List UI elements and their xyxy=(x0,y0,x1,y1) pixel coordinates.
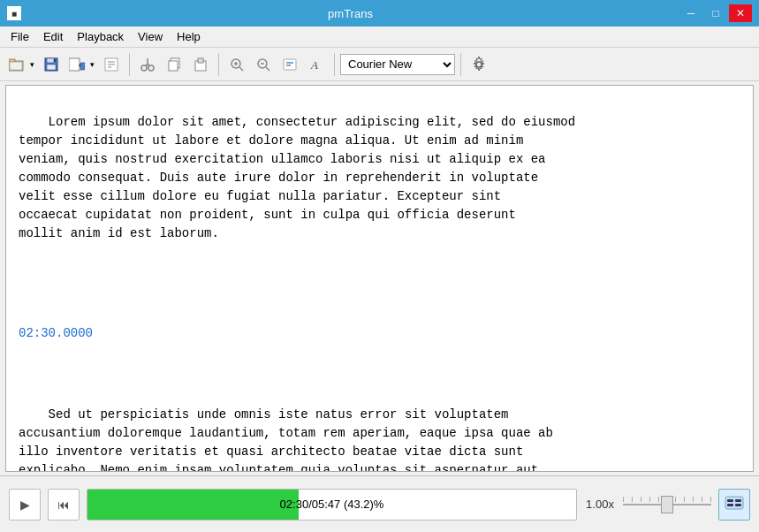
caption-icon xyxy=(725,496,744,513)
text-content[interactable]: Lorem ipsum dolor sit amet, consectetur … xyxy=(6,86,753,471)
rewind-button[interactable]: ⏮ xyxy=(48,489,80,521)
timestamp: 02:30.0000 xyxy=(19,324,740,343)
separator-1 xyxy=(129,53,130,76)
open-button[interactable] xyxy=(5,52,27,77)
play-button[interactable]: ▶ xyxy=(9,489,41,521)
tick-8 xyxy=(684,497,685,502)
menu-file[interactable]: File xyxy=(4,28,36,45)
svg-rect-1 xyxy=(9,59,15,62)
svg-rect-9 xyxy=(80,63,85,70)
caption-svg xyxy=(725,496,744,510)
tick-7 xyxy=(675,497,676,502)
progress-bar[interactable]: 02:30/05:47 (43.2)% xyxy=(87,489,577,521)
save-button[interactable] xyxy=(39,52,64,77)
open-icon xyxy=(9,57,25,72)
cut-icon xyxy=(140,57,155,72)
open-arrow[interactable]: ▾ xyxy=(27,52,37,77)
tick-11 xyxy=(710,497,711,502)
zoom-in-icon xyxy=(230,57,244,72)
copy-icon xyxy=(167,57,181,72)
font-select[interactable]: Courier New xyxy=(340,54,455,75)
zoom-out-button[interactable] xyxy=(251,52,276,77)
menu-view[interactable]: View xyxy=(131,28,170,45)
find-icon xyxy=(283,57,297,72)
font-icon: A xyxy=(309,57,323,72)
menu-edit[interactable]: Edit xyxy=(36,28,70,45)
svg-rect-23 xyxy=(198,58,203,63)
export-icon xyxy=(69,57,85,72)
zoom-out-icon xyxy=(256,57,270,72)
play-icon: ▶ xyxy=(20,498,30,512)
settings-icon xyxy=(470,56,488,73)
tick-4 xyxy=(649,497,650,502)
tick-1 xyxy=(623,497,624,502)
separator-2 xyxy=(218,53,219,76)
svg-rect-38 xyxy=(727,504,733,506)
separator-4 xyxy=(460,53,461,76)
svg-rect-36 xyxy=(725,497,743,509)
text-area-wrapper: Lorem ipsum dolor sit amet, consectetur … xyxy=(5,85,754,472)
player-bar: ▶ ⏮ 02:30/05:47 (43.2)% 1.00x xyxy=(0,475,759,532)
svg-rect-21 xyxy=(169,61,178,71)
paste-button[interactable] xyxy=(188,52,213,77)
menu-bar: File Edit Playback View Help xyxy=(0,27,759,48)
svg-rect-4 xyxy=(47,58,54,63)
settings-button[interactable] xyxy=(467,52,491,77)
rewind-icon: ⏮ xyxy=(57,498,70,512)
font-button[interactable]: A xyxy=(304,52,329,77)
tick-2 xyxy=(632,497,633,502)
speed-slider-thumb[interactable] xyxy=(661,496,673,513)
tick-5 xyxy=(658,497,659,502)
zoom-in-button[interactable] xyxy=(224,52,249,77)
app-title: pmTrans xyxy=(21,7,679,20)
open-button-group[interactable]: ▾ xyxy=(5,52,37,77)
toolbar: ▾ ▾ xyxy=(0,48,759,81)
window-controls: ─ □ ✕ xyxy=(679,4,752,22)
cut-button[interactable] xyxy=(135,52,160,77)
svg-rect-7 xyxy=(69,58,80,71)
export-arrow[interactable]: ▾ xyxy=(87,52,97,77)
restore-button[interactable]: □ xyxy=(704,4,727,22)
title-bar: ■ pmTrans ─ □ ✕ xyxy=(0,0,759,27)
menu-playback[interactable]: Playback xyxy=(70,28,131,45)
speed-slider-track[interactable] xyxy=(623,496,711,513)
paragraph-1: Lorem ipsum dolor sit amet, consectetur … xyxy=(19,115,575,240)
svg-rect-37 xyxy=(727,499,733,502)
svg-rect-31 xyxy=(284,59,296,70)
svg-rect-2 xyxy=(10,62,22,70)
svg-text:A: A xyxy=(310,58,318,72)
paste-icon xyxy=(194,57,208,72)
caption-button[interactable] xyxy=(718,489,750,521)
menu-help[interactable]: Help xyxy=(170,28,208,45)
tick-3 xyxy=(641,497,641,502)
close-button[interactable]: ✕ xyxy=(729,4,752,22)
svg-line-30 xyxy=(266,67,269,71)
info-button[interactable] xyxy=(99,52,124,77)
svg-rect-39 xyxy=(735,499,741,502)
export-button[interactable] xyxy=(65,52,87,77)
font-select-wrapper: Courier New xyxy=(340,54,455,75)
minimize-button[interactable]: ─ xyxy=(679,4,702,22)
svg-rect-40 xyxy=(735,504,741,506)
svg-line-27 xyxy=(239,67,243,71)
svg-rect-6 xyxy=(54,59,56,62)
paragraph-2: Sed ut perspiciatis unde omnis iste natu… xyxy=(19,407,553,471)
export-button-group[interactable]: ▾ xyxy=(65,52,97,77)
find-button[interactable] xyxy=(277,52,302,77)
svg-line-18 xyxy=(148,64,149,66)
speed-label: 1.00x xyxy=(584,498,616,511)
tick-10 xyxy=(702,497,702,502)
info-icon xyxy=(104,57,118,72)
progress-bar-label: 02:30/05:47 (43.2)% xyxy=(87,490,576,520)
save-icon xyxy=(44,57,58,72)
separator-3 xyxy=(334,53,335,76)
app-icon: ■ xyxy=(7,6,21,20)
tick-9 xyxy=(693,497,694,502)
svg-rect-5 xyxy=(47,65,56,70)
copy-button[interactable] xyxy=(162,52,186,77)
